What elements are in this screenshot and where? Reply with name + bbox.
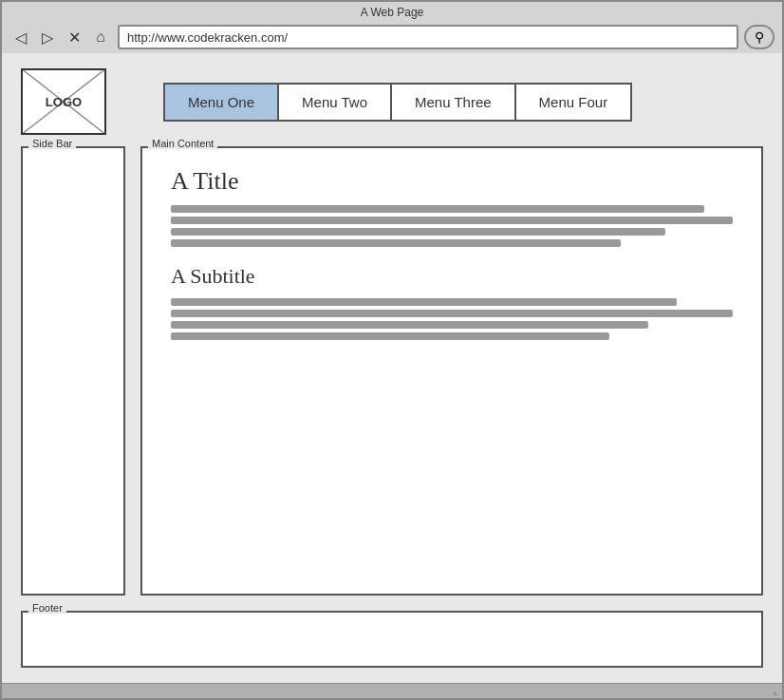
nav-buttons: ◁ ▷ ✕ ⌂ <box>9 26 112 48</box>
footer-section: Footer <box>21 611 763 668</box>
main-row: Side Bar Main Content A Title A Subtitle <box>21 146 763 596</box>
resize-handle: ⌞ <box>774 686 778 696</box>
header-row: LOGO Menu One Menu Two Menu Three Menu F… <box>21 68 763 135</box>
nav-menu: Menu One Menu Two Menu Three Menu Four <box>163 83 632 122</box>
main-content-label: Main Content <box>148 138 217 149</box>
back-button[interactable]: ◁ <box>9 26 32 48</box>
fake-line <box>171 228 665 236</box>
footer-label: Footer <box>28 602 66 614</box>
fake-line <box>171 205 704 213</box>
sidebar-label: Side Bar <box>28 138 76 149</box>
menu-item-one[interactable]: Menu One <box>165 85 279 120</box>
fake-line <box>171 332 609 340</box>
paragraph-two <box>171 298 733 340</box>
logo-box: LOGO <box>21 68 106 135</box>
paragraph-one <box>171 205 733 247</box>
main-content-section: Main Content A Title A Subtitle <box>140 146 763 596</box>
browser-window: A Web Page ◁ ▷ ✕ ⌂ http://www.codekracke… <box>0 0 784 700</box>
address-bar[interactable]: http://www.codekracken.com/ <box>118 25 738 49</box>
forward-button[interactable]: ▷ <box>36 26 59 48</box>
logo-label: LOGO <box>46 95 82 109</box>
content-title: A Title <box>171 167 733 196</box>
stop-button[interactable]: ✕ <box>63 26 85 48</box>
sidebar-box <box>21 146 125 596</box>
fake-line <box>171 310 733 317</box>
status-bar: ⌞ <box>2 683 782 698</box>
fake-line <box>171 321 648 329</box>
footer-box <box>21 611 763 668</box>
fake-line <box>171 298 677 306</box>
menu-item-four[interactable]: Menu Four <box>516 85 631 120</box>
browser-toolbar: ◁ ▷ ✕ ⌂ http://www.codekracken.com/ ⚲ <box>2 21 782 53</box>
home-button[interactable]: ⌂ <box>89 26 112 48</box>
menu-item-three[interactable]: Menu Three <box>392 85 516 120</box>
search-button[interactable]: ⚲ <box>744 25 775 49</box>
menu-item-two[interactable]: Menu Two <box>279 85 392 120</box>
sidebar-section: Side Bar <box>21 146 125 596</box>
fake-line <box>171 239 621 247</box>
url-text: http://www.codekracken.com/ <box>127 30 288 45</box>
main-content-box: A Title A Subtitle <box>140 146 763 596</box>
browser-titlebar: A Web Page <box>2 2 782 21</box>
search-icon: ⚲ <box>755 29 764 45</box>
fake-line <box>171 217 733 224</box>
page-title: A Web Page <box>361 6 424 19</box>
page-content: LOGO Menu One Menu Two Menu Three Menu F… <box>2 53 782 683</box>
content-subtitle: A Subtitle <box>171 264 733 289</box>
